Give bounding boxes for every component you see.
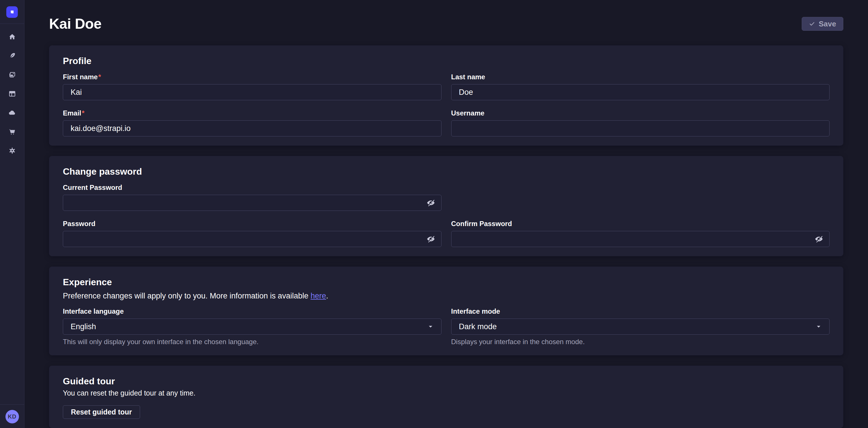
experience-section: Experience Preference changes will apply… bbox=[49, 266, 843, 355]
username-field: Username bbox=[451, 109, 830, 137]
sidebar: KD bbox=[0, 0, 24, 428]
more-information-link[interactable]: here bbox=[311, 291, 326, 300]
profile-section-title: Profile bbox=[63, 56, 830, 66]
cloud-icon bbox=[8, 109, 16, 117]
toggle-confirm-password-visibility-button[interactable] bbox=[815, 235, 823, 243]
password-fields-grid: Current Password Pass bbox=[63, 183, 830, 247]
sidebar-item-content-type-builder[interactable] bbox=[4, 84, 20, 103]
logo-container bbox=[0, 0, 24, 24]
guided-tour-section-title: Guided tour bbox=[63, 376, 830, 387]
caret-down-icon bbox=[427, 323, 434, 330]
first-name-field: First name* bbox=[63, 73, 441, 100]
save-button-label: Save bbox=[818, 20, 836, 28]
sidebar-item-content-manager[interactable] bbox=[4, 46, 20, 65]
feather-icon bbox=[8, 52, 16, 60]
eye-off-icon bbox=[427, 199, 435, 207]
sidebar-nav bbox=[4, 27, 20, 404]
strapi-logo[interactable] bbox=[6, 6, 18, 18]
sidebar-item-marketplace[interactable] bbox=[4, 122, 20, 141]
last-name-label: Last name bbox=[451, 73, 830, 81]
caret-down-icon bbox=[815, 323, 822, 330]
page-title: Kai Doe bbox=[49, 16, 102, 32]
current-password-field: Current Password bbox=[63, 183, 441, 211]
email-field: Email* bbox=[63, 109, 441, 137]
sidebar-footer: KD bbox=[0, 404, 24, 428]
experience-description: Preference changes will apply only to yo… bbox=[63, 291, 830, 301]
check-icon bbox=[809, 21, 815, 27]
experience-fields-grid: Interface language English This will onl… bbox=[63, 307, 830, 346]
cart-icon bbox=[8, 128, 16, 136]
interface-language-label: Interface language bbox=[63, 307, 441, 316]
profile-section: Profile First name* Last name Email* bbox=[49, 46, 843, 146]
layout-icon bbox=[8, 90, 16, 98]
username-label: Username bbox=[451, 109, 830, 117]
change-password-section-title: Change password bbox=[63, 166, 830, 177]
last-name-input[interactable] bbox=[451, 84, 830, 100]
confirm-password-label: Confirm Password bbox=[451, 220, 830, 228]
required-asterisk: * bbox=[98, 73, 101, 81]
sidebar-item-settings[interactable] bbox=[4, 141, 20, 160]
strapi-logo-icon bbox=[9, 9, 16, 16]
first-name-input[interactable] bbox=[63, 84, 441, 100]
main-content: Kai Doe Save Profile First name* Last na… bbox=[24, 0, 868, 428]
confirm-password-input[interactable] bbox=[451, 231, 830, 247]
sidebar-item-deploy[interactable] bbox=[4, 103, 20, 122]
new-password-input[interactable] bbox=[63, 231, 441, 247]
media-library-icon bbox=[8, 71, 16, 79]
sidebar-item-media-library[interactable] bbox=[4, 65, 20, 84]
gear-icon bbox=[8, 147, 16, 154]
interface-mode-label: Interface mode bbox=[451, 307, 830, 316]
confirm-password-field: Confirm Password bbox=[451, 220, 830, 247]
interface-language-hint: This will only display your own interfac… bbox=[63, 338, 441, 346]
page-header: Kai Doe Save bbox=[49, 0, 843, 32]
current-password-label: Current Password bbox=[63, 183, 441, 192]
change-password-section: Change password Current Password bbox=[49, 156, 843, 256]
experience-section-title: Experience bbox=[63, 277, 830, 288]
guided-tour-description: You can reset the guided tour at any tim… bbox=[63, 389, 830, 397]
interface-mode-hint: Displays your interface in the chosen mo… bbox=[451, 338, 830, 346]
guided-tour-section: Guided tour You can reset the guided tou… bbox=[49, 366, 843, 428]
eye-off-icon bbox=[427, 235, 435, 243]
toggle-new-password-visibility-button[interactable] bbox=[427, 235, 435, 243]
first-name-label: First name* bbox=[63, 73, 441, 81]
interface-mode-value: Dark mode bbox=[459, 322, 497, 331]
reset-guided-tour-button[interactable]: Reset guided tour bbox=[63, 405, 140, 419]
new-password-label: Password bbox=[63, 220, 441, 228]
toggle-current-password-visibility-button[interactable] bbox=[427, 199, 435, 207]
avatar-initials: KD bbox=[8, 413, 17, 420]
sidebar-item-home[interactable] bbox=[4, 27, 20, 46]
home-icon bbox=[8, 33, 16, 41]
username-input[interactable] bbox=[451, 120, 830, 137]
required-asterisk: * bbox=[82, 109, 84, 117]
email-label: Email* bbox=[63, 109, 441, 117]
save-button[interactable]: Save bbox=[802, 17, 843, 31]
interface-language-value: English bbox=[71, 322, 96, 331]
interface-language-select[interactable]: English bbox=[63, 319, 441, 335]
email-input[interactable] bbox=[63, 120, 441, 137]
last-name-field: Last name bbox=[451, 73, 830, 100]
current-password-input[interactable] bbox=[63, 195, 441, 211]
new-password-field: Password bbox=[63, 220, 441, 247]
settings-sections: Profile First name* Last name Email* bbox=[49, 46, 843, 428]
user-avatar[interactable]: KD bbox=[5, 410, 19, 423]
profile-fields-grid: First name* Last name Email* bbox=[63, 73, 830, 137]
interface-mode-field: Interface mode Dark mode Displays your i… bbox=[451, 307, 830, 346]
interface-language-field: Interface language English This will onl… bbox=[63, 307, 441, 346]
grid-spacer bbox=[451, 183, 830, 211]
eye-off-icon bbox=[815, 235, 823, 243]
interface-mode-select[interactable]: Dark mode bbox=[451, 319, 830, 335]
